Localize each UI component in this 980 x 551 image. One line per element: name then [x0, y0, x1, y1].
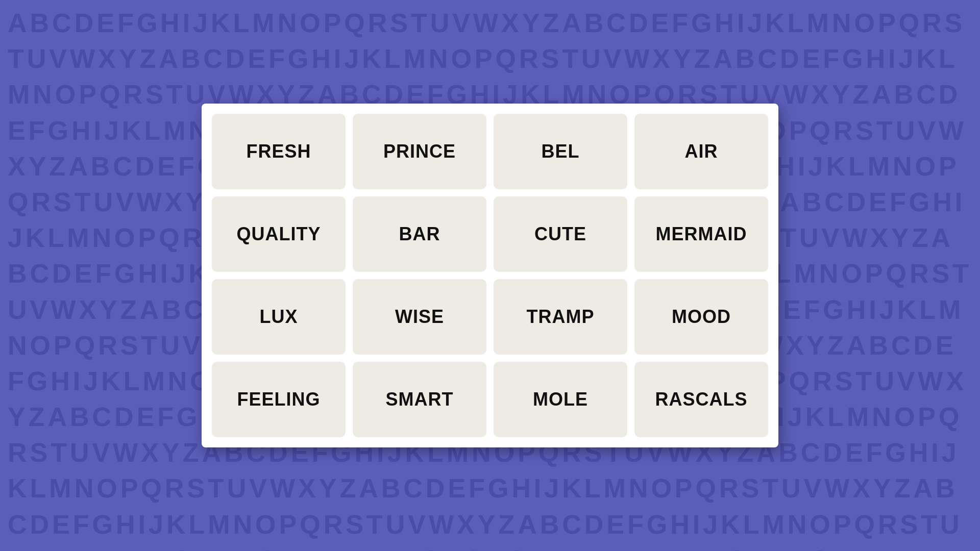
cell-label-tramp: TRAMP	[527, 306, 595, 328]
cell-label-lux: LUX	[260, 306, 298, 328]
cell-label-prince: PRINCE	[383, 141, 456, 162]
cell-label-bel: BEL	[542, 141, 580, 162]
cell-label-wise: WISE	[395, 306, 444, 328]
cell-label-cute: CUTE	[534, 223, 586, 245]
cell-tramp[interactable]: TRAMP	[494, 279, 627, 355]
cell-fresh[interactable]: FRESH	[212, 114, 346, 189]
cell-label-mood: MOOD	[672, 306, 731, 328]
cell-rascals[interactable]: RASCALS	[634, 362, 768, 437]
cell-mood[interactable]: MOOD	[634, 279, 768, 355]
cell-label-fresh: FRESH	[246, 141, 311, 162]
cell-label-air: AIR	[685, 141, 718, 162]
cell-label-smart: SMART	[386, 389, 454, 410]
cell-label-mole: MOLE	[533, 389, 588, 410]
card-panel: FRESHPRINCEBELAIRQUALITYBARCUTEMERMAIDLU…	[202, 104, 778, 447]
cell-mermaid[interactable]: MERMAID	[634, 196, 768, 272]
word-grid: FRESHPRINCEBELAIRQUALITYBARCUTEMERMAIDLU…	[212, 114, 768, 437]
cell-cute[interactable]: CUTE	[494, 196, 627, 272]
cell-wise[interactable]: WISE	[353, 279, 486, 355]
cell-bar[interactable]: BAR	[353, 196, 486, 272]
cell-prince[interactable]: PRINCE	[353, 114, 486, 189]
cell-label-feeling: FEELING	[237, 389, 320, 410]
cell-quality[interactable]: QUALITY	[212, 196, 346, 272]
cell-label-rascals: RASCALS	[655, 389, 747, 410]
cell-lux[interactable]: LUX	[212, 279, 346, 355]
cell-air[interactable]: AIR	[634, 114, 768, 189]
cell-label-bar: BAR	[399, 223, 440, 245]
cell-label-mermaid: MERMAID	[656, 223, 747, 245]
cell-label-quality: QUALITY	[237, 223, 321, 245]
cell-mole[interactable]: MOLE	[494, 362, 627, 437]
cell-smart[interactable]: SMART	[353, 362, 486, 437]
cell-feeling[interactable]: FEELING	[212, 362, 346, 437]
cell-bel[interactable]: BEL	[494, 114, 627, 189]
